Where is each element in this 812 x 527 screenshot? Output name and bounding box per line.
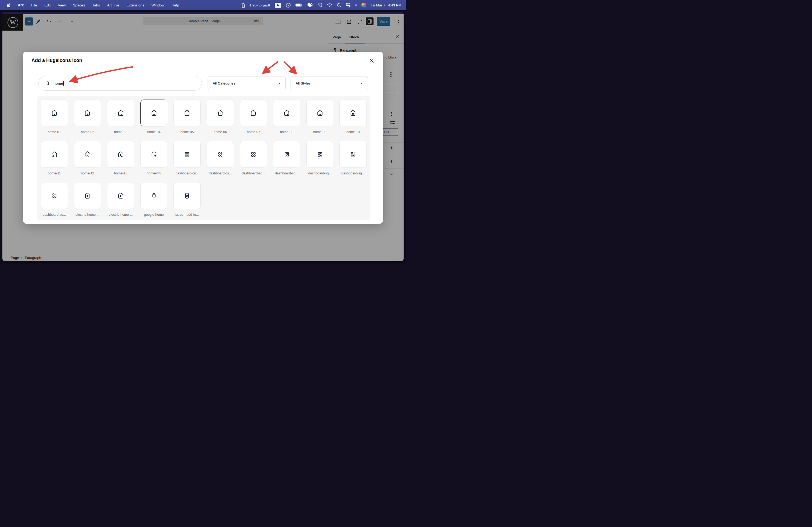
display-mirroring-icon[interactable] [307,3,313,7]
icon-result-screen-add-to: screen-add-to... [173,182,201,216]
icon-label: home-11 [48,171,61,175]
browser-window: W + Sample Page · Page ⌘K [2,12,404,261]
wifi-icon[interactable] [327,3,332,7]
home-01-icon [51,109,58,117]
icon-result-dashboard-sq: dashboard-sq... [339,141,366,175]
icon-card[interactable] [141,182,168,209]
icon-result-home-07: home-07 [240,100,267,134]
icon-label: dashboard-sq... [242,171,265,175]
icon-card[interactable] [207,100,234,126]
icon-label: home-05 [180,130,193,134]
icon-card[interactable] [141,141,168,168]
modal-close-icon[interactable] [369,58,375,64]
clock-time: 4:43 PM [388,3,402,7]
icon-result-dashboard-cir: dashboard-cir... [173,141,201,175]
dashboard-circle-settings-icon [217,151,224,158]
icon-label: screen-add-to... [175,213,199,216]
icon-result-home-11: home-11 [41,141,68,175]
icon-card[interactable] [107,100,134,126]
home-03-icon [117,109,124,117]
menu-bar-clock[interactable]: Fri Mar 7 4:43 PM [371,3,402,7]
icon-label: home-08 [280,130,293,134]
icon-card[interactable] [107,182,134,209]
icon-card[interactable] [41,182,68,209]
icon-result-home-wifi: home-wifi [141,141,168,175]
menu-item-help[interactable]: Help [172,3,179,7]
icon-card[interactable] [173,141,201,168]
icon-result-electric-home-: electric-home-... [74,182,101,216]
menu-app-name[interactable]: Arc [18,3,24,7]
icon-card[interactable] [240,100,267,126]
icon-result-electric-home-: electric-home-... [107,182,134,216]
icon-card[interactable] [173,100,201,126]
apple-menu-icon[interactable] [6,2,11,8]
home-11-icon [51,151,58,158]
icon-card[interactable] [306,141,334,168]
icon-result-home-12: home-12 [74,141,101,175]
chevron-down-icon [361,82,363,84]
menu-bar-avatar[interactable] [361,3,366,7]
icon-result-home-13: home-13 [107,141,134,175]
icon-card[interactable] [240,141,267,168]
home-wifi-icon [150,151,158,158]
icon-result-dashboard-sq: dashboard-sq... [273,141,300,175]
menu-item-file[interactable]: File [31,3,37,7]
home-12-icon [84,151,91,158]
categories-dropdown[interactable]: All Categories [207,76,286,90]
menu-item-spaces[interactable]: Spaces [73,3,85,7]
menu-item-tabs[interactable]: Tabs [92,3,100,7]
control-center-icon[interactable] [346,3,350,7]
icon-label: home-03 [114,130,127,134]
icon-card[interactable] [41,100,68,126]
icon-result-dashboard-sq: dashboard-sq... [240,141,267,175]
icon-card[interactable] [207,141,234,168]
icon-result-dashboard-cir: dashboard-cir... [207,141,234,175]
menu-bar-left: Arc FileEditViewSpacesTabsArchiveExtensi… [0,2,179,8]
menu-item-edit[interactable]: Edit [44,3,50,7]
icon-card[interactable] [74,141,101,168]
menu-item-extensions[interactable]: Extensions [127,3,144,7]
battery-icon[interactable] [295,3,303,7]
icon-label: dashboard-sq... [341,171,365,175]
icon-label: home-06 [214,130,227,134]
icon-card[interactable] [339,141,366,168]
menu-item-archive[interactable]: Archive [107,3,119,7]
menu-item-view[interactable]: View [58,3,66,7]
screen-add-to-icon [184,192,191,199]
menu-item-window[interactable]: Window [151,3,164,7]
google-home-icon [150,192,158,199]
playback-icon[interactable] [286,3,291,8]
icon-card[interactable] [273,141,300,168]
icon-card[interactable] [339,100,366,126]
icon-card[interactable] [41,141,68,168]
chevron-down-icon [278,82,280,84]
icon-label: home-10 [346,130,360,134]
clock-date: Fri Mar 7 [371,3,385,7]
dashboard-circle-icon [184,151,191,158]
home-02-icon [84,109,91,117]
icon-card[interactable] [273,100,300,126]
categories-dropdown-label: All Categories [213,81,235,85]
icon-grid: home-01home-02home-03home-04home-05home-… [41,100,366,216]
capture-app-icon[interactable] [317,3,322,7]
icon-card[interactable] [74,100,101,126]
icon-search-input[interactable]: home [39,76,202,91]
icon-result-dashboard-sq: dashboard-sq... [306,141,334,175]
desktop: Arc FileEditViewSpacesTabsArchiveExtensi… [0,0,406,264]
icon-card-selected[interactable] [141,100,168,126]
icon-card[interactable] [173,182,201,209]
styles-dropdown[interactable]: All Styles [291,76,368,90]
icon-label: electric-home-... [109,213,133,216]
prayer-icon[interactable] [242,3,245,8]
keyboard-layout-icon[interactable]: A [275,3,281,8]
icon-card[interactable] [74,182,101,209]
icon-card[interactable] [306,100,334,126]
icon-card[interactable] [107,141,134,168]
text-caret [63,81,64,86]
electric-home-1-icon [84,192,91,199]
prayer-time-label[interactable]: 1:20- المغرب [249,3,270,7]
modal-title: Add a Hugeicons Icon [31,58,82,63]
dashboard-square-3-icon [316,151,323,158]
hugeicons-modal: Add a Hugeicons Icon home All Categories… [23,52,383,224]
spotlight-search-icon[interactable] [337,3,341,7]
